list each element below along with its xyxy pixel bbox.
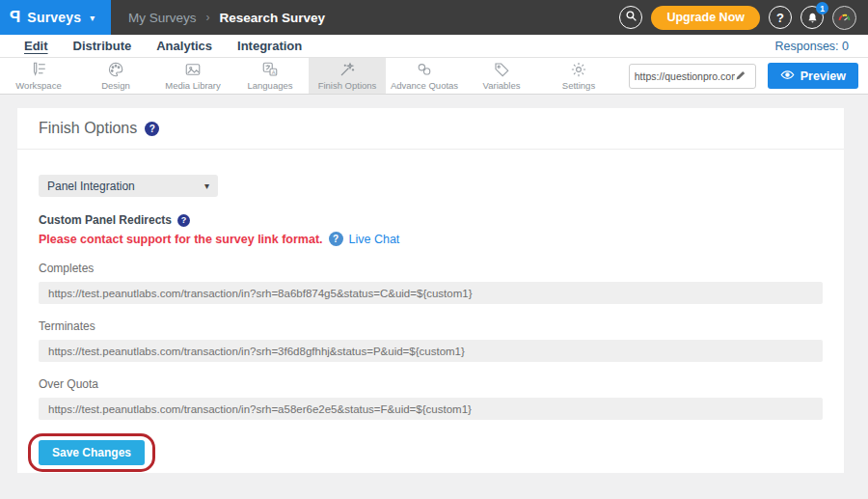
breadcrumb-separator-icon: › [206, 11, 210, 24]
product-label: Surveys [27, 10, 81, 25]
survey-nav-tabs: Edit Distribute Analytics Integration Re… [0, 35, 868, 58]
red-annotation-highlight: Save Changes [28, 433, 155, 472]
section-title: Custom Panel Redirects [39, 213, 172, 227]
finish-options-panel: Finish Options ? Panel Integration ▾ Cus… [17, 108, 844, 473]
edit-toolbar: Workspace Design Media Library A Languag… [0, 58, 868, 95]
terminates-url-input[interactable] [39, 340, 823, 362]
toolbar-item-finish-options[interactable]: Finish Options [309, 58, 386, 94]
live-chat-link[interactable]: Live Chat [349, 233, 400, 246]
chevron-down-icon: ▾ [90, 13, 95, 23]
panel-header: Finish Options ? [17, 108, 844, 150]
toolbar-right: Preview [629, 58, 868, 94]
help-button[interactable]: ? [769, 6, 792, 29]
topbar-actions: Upgrade Now ? 1 [619, 0, 868, 35]
tab-edit[interactable]: Edit [24, 39, 48, 53]
panel-body: Panel Integration ▾ Custom Panel Redirec… [17, 150, 844, 472]
questionpro-logo-icon: P [10, 8, 20, 27]
toolbar-item-variables[interactable]: Variables [463, 58, 540, 94]
edit-pencil-icon[interactable] [735, 68, 746, 85]
questionpro-app: P Surveys ▾ My Surveys › Research Survey… [0, 0, 868, 499]
search-icon [625, 10, 637, 25]
image-icon [184, 61, 202, 78]
tab-analytics[interactable]: Analytics [156, 39, 212, 53]
over-quota-url-input[interactable] [39, 398, 823, 420]
over-quota-field-group: Over Quota [39, 377, 823, 420]
save-changes-button[interactable]: Save Changes [39, 440, 145, 465]
finish-option-type-select[interactable]: Panel Integration ▾ [39, 175, 218, 197]
eye-icon [780, 69, 795, 83]
palette-icon [107, 61, 124, 78]
question-mark-icon: ? [776, 11, 784, 25]
breadcrumb-current-survey: Research Survey [220, 11, 326, 25]
toolbar-item-advance-quotas[interactable]: Advance Quotas [386, 58, 463, 94]
notifications-button[interactable]: 1 [800, 6, 824, 29]
chevron-down-icon: ▾ [204, 180, 209, 191]
custom-panel-redirects-row: Custom Panel Redirects ? [39, 213, 823, 227]
notification-count-badge: 1 [816, 2, 828, 14]
completes-url-input[interactable] [39, 282, 823, 304]
support-note: Please contact support for the survey li… [39, 233, 323, 246]
live-chat-help-icon[interactable]: ? [329, 232, 343, 246]
toolbar-item-settings[interactable]: Settings [540, 58, 617, 94]
survey-url-input[interactable] [635, 70, 735, 82]
preview-button[interactable]: Preview [768, 63, 858, 89]
account-avatar[interactable] [832, 6, 856, 30]
tag-icon [493, 61, 510, 78]
surveys-product-menu[interactable]: P Surveys ▾ [0, 0, 111, 35]
svg-text:A: A [272, 69, 276, 75]
gauge-icon [837, 11, 852, 25]
upgrade-now-button[interactable]: Upgrade Now [651, 6, 760, 30]
finish-options-help-icon[interactable]: ? [145, 122, 159, 136]
gear-icon [570, 61, 587, 78]
chain-link-icon [416, 61, 433, 78]
breadcrumb-my-surveys[interactable]: My Surveys [128, 11, 197, 25]
survey-url-box [629, 64, 756, 89]
toolbar-item-design[interactable]: Design [77, 58, 154, 94]
terminates-field-group: Terminates [39, 319, 823, 362]
toolbar-item-languages[interactable]: A Languages [231, 58, 309, 94]
redirects-help-icon[interactable]: ? [177, 214, 190, 227]
tab-integration[interactable]: Integration [237, 39, 302, 53]
top-bar: P Surveys ▾ My Surveys › Research Survey… [0, 0, 868, 35]
support-note-row: Please contact support for the survey li… [39, 232, 823, 246]
completes-label: Completes [39, 262, 823, 275]
toolbar-item-media-library[interactable]: Media Library [154, 58, 231, 94]
workspace-icon [30, 61, 47, 78]
breadcrumb: My Surveys › Research Survey [111, 0, 342, 35]
toolbar-item-workspace[interactable]: Workspace [0, 58, 77, 94]
over-quota-label: Over Quota [39, 377, 823, 391]
selected-option-label: Panel Integration [47, 180, 135, 193]
completes-field-group: Completes [39, 262, 823, 304]
translate-icon: A [261, 61, 279, 78]
responses-count: Responses: 0 [775, 40, 856, 53]
tab-distribute[interactable]: Distribute [73, 39, 132, 53]
page-title: Finish Options [39, 120, 137, 137]
magic-wand-icon [339, 61, 356, 78]
terminates-label: Terminates [39, 319, 823, 333]
search-button[interactable] [619, 6, 642, 29]
